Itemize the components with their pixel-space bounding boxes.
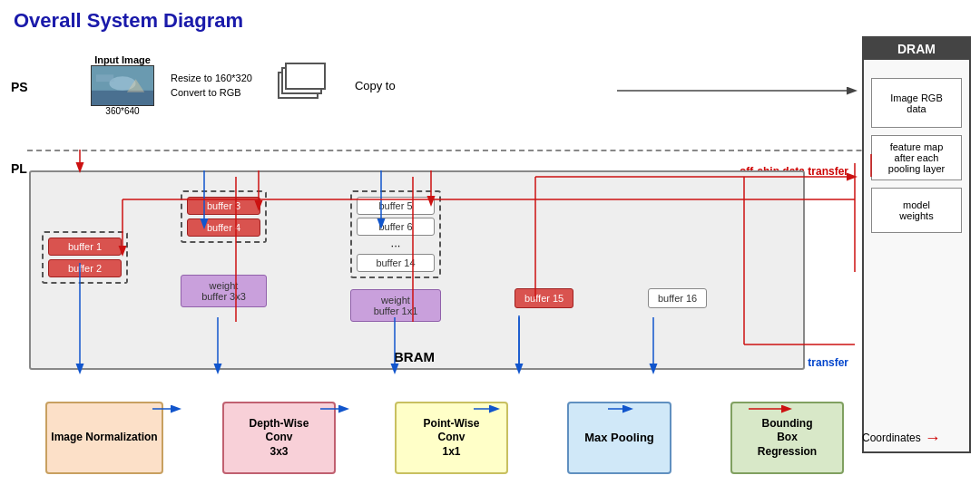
input-image-size: 360*640: [105, 106, 139, 116]
max-pool-label: Max Pooling: [584, 431, 654, 446]
copy-to-label: Copy to: [355, 79, 396, 92]
buffer-1: buffer 1: [48, 238, 122, 256]
max-pool-box: Max Pooling: [567, 402, 671, 474]
dram-item-featuremap: feature mapafter eachpooling layer: [871, 135, 962, 180]
resize-label: Resize to 160*320Convert to RGB: [171, 71, 252, 101]
buffer-group-34: buffer 3 buffer 4: [181, 190, 267, 243]
weight-buffer-3x3: weightbuffer 3x3: [181, 275, 267, 307]
pl-label: PL: [11, 161, 27, 176]
buffer-2: buffer 2: [48, 259, 122, 277]
dram-title: DRAM: [864, 38, 969, 60]
bram-box: BRAM buffer 1 buffer 2 buffer 3 buffer 4…: [29, 170, 805, 370]
img-norm-box: Image Normalization: [45, 402, 163, 474]
input-image-thumb: [91, 65, 154, 106]
buffer-15-area: buffer 15: [514, 288, 573, 308]
coordinates-label: Coordinates: [862, 432, 921, 444]
buffer-14: buffer 14: [357, 254, 435, 272]
svg-rect-3: [96, 74, 113, 82]
page-title: Overall System Diagram: [14, 9, 966, 33]
img-norm-label: Image Normalization: [51, 431, 157, 445]
buffer-group-34-area: buffer 3 buffer 4 weightbuffer 3x3: [181, 190, 267, 307]
dram-box: DRAM Image RGBdata feature mapafter each…: [862, 36, 971, 453]
weight-buffer-1x1: weightbuffer 1x1: [350, 289, 441, 322]
processing-row: Image Normalization Depth-WiseConv3x3 Po…: [32, 402, 941, 474]
ps-section: Input Image 360*640 Resize to 160*320Con…: [91, 54, 423, 116]
buffer-3: buffer 3: [187, 197, 260, 215]
bram-title: BRAM: [394, 349, 435, 364]
input-image-label: Input Image: [94, 54, 151, 65]
buffer-16-area: buffer 16: [648, 288, 707, 308]
buffer-group-5-14: buffer 5 buffer 6 ··· buffer 14: [350, 190, 441, 278]
point-wise-label: Point-WiseConv1x1: [424, 417, 480, 460]
svg-rect-1: [92, 91, 153, 106]
buffer-16: buffer 16: [648, 288, 707, 308]
dram-item-weights: modelweights: [871, 188, 962, 233]
buffer-5: buffer 5: [357, 197, 435, 215]
ps-pl-divider: [27, 150, 971, 151]
coordinates-area: Coordinates →: [862, 429, 941, 448]
buffer-6: buffer 6: [357, 218, 435, 236]
buffer-dots: ···: [357, 238, 435, 252]
bbox-box: BoundingBoxRegression: [730, 402, 844, 474]
stack-icon: [278, 63, 328, 108]
buffer-4: buffer 4: [187, 218, 260, 237]
buffer-group-5-14-area: buffer 5 buffer 6 ··· buffer 14 weightbu…: [350, 190, 441, 322]
depth-wise-label: Depth-WiseConv3x3: [250, 417, 309, 460]
input-image-block: Input Image 360*640: [91, 54, 154, 116]
ps-label: PS: [11, 80, 28, 94]
bbox-label: BoundingBoxRegression: [758, 417, 817, 460]
depth-wise-box: Depth-WiseConv3x3: [222, 402, 336, 474]
buffer-group-12: buffer 1 buffer 2: [42, 231, 128, 284]
point-wise-box: Point-WiseConv1x1: [395, 402, 508, 474]
buffer-15: buffer 15: [514, 288, 573, 308]
coords-arrow-icon: →: [925, 429, 941, 448]
dram-item-rgb: Image RGBdata: [871, 78, 962, 128]
